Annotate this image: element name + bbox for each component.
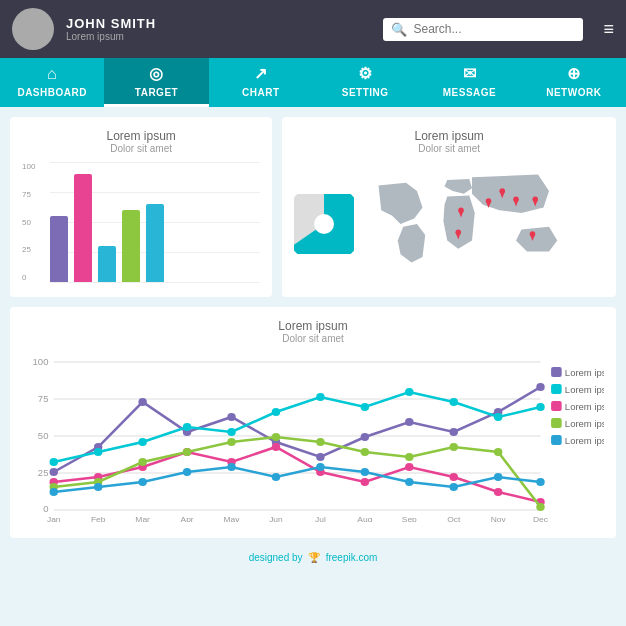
bar-card-title: Lorem ipsum [22, 129, 260, 143]
svg-point-85 [494, 473, 502, 481]
home-icon: ⌂ [47, 65, 57, 83]
svg-point-39 [50, 458, 58, 466]
search-bar[interactable]: 🔍 [383, 18, 583, 41]
svg-point-69 [316, 438, 324, 446]
nav-item-message[interactable]: ✉ MESSAGE [417, 58, 521, 107]
svg-text:Lorem ipsum: Lorem ipsum [565, 368, 604, 378]
svg-point-56 [272, 443, 280, 451]
map-card: Lorem ipsum Dolor sit amet [282, 117, 616, 297]
nav-item-chart[interactable]: ↗ CHART [209, 58, 313, 107]
svg-text:Lorem ipsum: Lorem ipsum [565, 436, 604, 446]
svg-text:Jul: Jul [315, 515, 326, 522]
svg-point-31 [227, 413, 235, 421]
svg-text:Dec: Dec [533, 515, 548, 522]
svg-text:100: 100 [33, 357, 49, 367]
svg-point-84 [450, 483, 458, 491]
line-card-subtitle: Dolor sit amet [22, 333, 604, 344]
target-icon: ◎ [149, 64, 164, 83]
y-label-100: 100 [22, 162, 35, 171]
svg-point-50 [536, 403, 544, 411]
bar-2 [98, 246, 116, 282]
svg-point-47 [405, 388, 413, 396]
y-axis: 100 75 50 25 0 [22, 162, 35, 282]
svg-point-49 [494, 413, 502, 421]
svg-point-45 [316, 393, 324, 401]
search-icon: 🔍 [391, 22, 407, 37]
search-input[interactable] [413, 22, 575, 36]
svg-point-76 [94, 483, 102, 491]
svg-point-65 [138, 458, 146, 466]
svg-text:0: 0 [43, 504, 48, 514]
svg-text:Feb: Feb [91, 515, 106, 522]
svg-point-59 [405, 463, 413, 471]
chart-icon: ↗ [254, 64, 268, 83]
svg-point-27 [50, 468, 58, 476]
nav-label-setting: SETTING [342, 87, 389, 98]
user-name: JOHN SMITH [66, 16, 371, 31]
bar-3 [122, 210, 140, 282]
svg-text:Jan: Jan [47, 515, 61, 522]
svg-rect-105 [551, 418, 562, 428]
y-label-0: 0 [22, 273, 35, 282]
svg-text:Oct: Oct [447, 515, 461, 522]
setting-icon: ⚙ [358, 64, 373, 83]
bar-chart-card: Lorem ipsum Dolor sit amet 100 75 50 25 … [10, 117, 272, 297]
svg-text:Jun: Jun [269, 515, 283, 522]
svg-point-43 [227, 428, 235, 436]
svg-point-41 [138, 438, 146, 446]
svg-point-72 [450, 443, 458, 451]
nav-item-setting[interactable]: ⚙ SETTING [313, 58, 417, 107]
svg-point-81 [316, 463, 324, 471]
footer: designed by 🏆 freepik.com [10, 548, 616, 567]
svg-point-82 [361, 468, 369, 476]
nav-label-message: MESSAGE [443, 87, 497, 98]
svg-point-36 [450, 428, 458, 436]
nav-label-chart: CHART [242, 87, 280, 98]
nav-item-network[interactable]: ⊕ NETWORK [522, 58, 626, 107]
svg-point-38 [536, 383, 544, 391]
pie-chart [294, 194, 354, 254]
svg-text:Mar: Mar [135, 515, 150, 522]
svg-point-73 [494, 448, 502, 456]
svg-text:Lorem ipsum: Lorem ipsum [565, 385, 604, 395]
bar-card-subtitle: Dolor sit amet [22, 143, 260, 154]
svg-point-35 [405, 418, 413, 426]
svg-point-46 [361, 403, 369, 411]
nav-label-dashboard: DASHBOARD [17, 87, 87, 98]
svg-point-66 [183, 448, 191, 456]
svg-text:Apr: Apr [180, 515, 193, 522]
nav-item-target[interactable]: ◎ TARGET [104, 58, 208, 107]
svg-point-83 [405, 478, 413, 486]
map-card-subtitle: Dolor sit amet [294, 143, 604, 154]
y-label-50: 50 [22, 218, 35, 227]
svg-point-71 [405, 453, 413, 461]
menu-icon[interactable]: ≡ [603, 19, 614, 40]
header: JOHN SMITH Lorem ipsum 🔍 ≡ [0, 0, 626, 58]
svg-point-68 [272, 433, 280, 441]
bar-0 [50, 216, 68, 282]
svg-point-44 [272, 408, 280, 416]
svg-point-86 [536, 478, 544, 486]
nav-label-target: TARGET [135, 87, 178, 98]
svg-text:Lorem ipsum: Lorem ipsum [565, 419, 604, 429]
main-nav: ⌂ DASHBOARD ◎ TARGET ↗ CHART ⚙ SETTING ✉… [0, 58, 626, 107]
world-map [362, 169, 582, 279]
line-chart-svg: 100 75 50 25 0 [22, 352, 604, 522]
footer-brand: freepik.com [326, 552, 378, 563]
y-label-75: 75 [22, 190, 35, 199]
svg-point-80 [272, 473, 280, 481]
svg-text:25: 25 [38, 468, 49, 478]
svg-rect-99 [551, 367, 562, 377]
svg-rect-103 [551, 401, 562, 411]
svg-text:Lorem ipsum: Lorem ipsum [565, 402, 604, 412]
svg-point-75 [50, 488, 58, 496]
user-subtitle: Lorem ipsum [66, 31, 371, 42]
footer-text: designed by [249, 552, 303, 563]
svg-text:Sep: Sep [402, 515, 417, 522]
map-card-title: Lorem ipsum [294, 129, 604, 143]
avatar [12, 8, 54, 50]
y-label-25: 25 [22, 245, 35, 254]
svg-point-2 [314, 214, 334, 234]
svg-point-40 [94, 448, 102, 456]
nav-item-dashboard[interactable]: ⌂ DASHBOARD [0, 58, 104, 107]
